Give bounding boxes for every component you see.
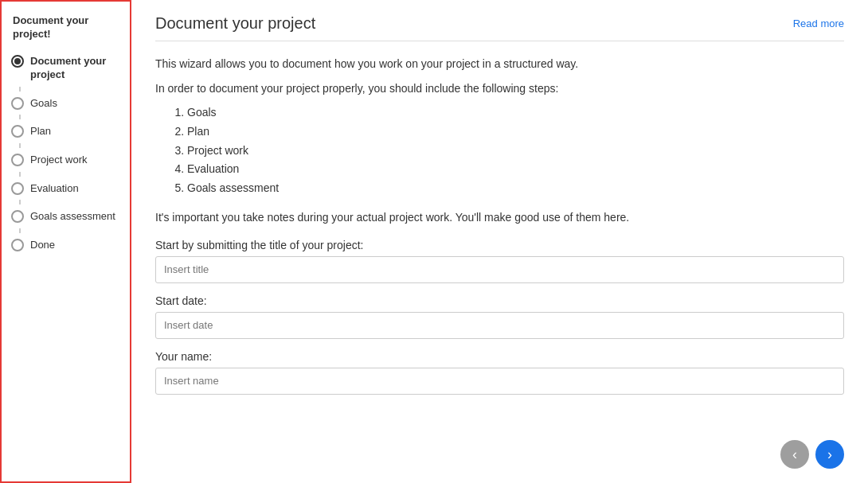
- sidebar-item-goals[interactable]: Goals: [2, 92, 130, 115]
- sidebar-label-goals-assessment: Goals assessment: [30, 209, 115, 224]
- step-dot-document: [11, 55, 24, 68]
- main-content: Document your project Read more This wiz…: [131, 0, 868, 483]
- step-dot-goals: [11, 97, 24, 110]
- sidebar-item-plan[interactable]: Plan: [2, 119, 130, 143]
- next-button[interactable]: ›: [815, 440, 844, 469]
- steps-list: Goals Plan Project work Evaluation Goals…: [187, 103, 844, 198]
- note-text: It's important you take notes during you…: [155, 209, 844, 226]
- date-label: Start date:: [155, 294, 844, 307]
- nav-buttons: ‹ ›: [780, 440, 844, 469]
- prev-button[interactable]: ‹: [780, 440, 809, 469]
- step-list-item-2: Plan: [187, 123, 844, 142]
- step-list-item-4: Evaluation: [187, 160, 844, 179]
- sidebar-label-project-work: Project work: [30, 153, 88, 167]
- title-input[interactable]: [155, 256, 844, 283]
- sidebar-title: Document your project!: [2, 10, 130, 49]
- step-dot-project-work: [11, 154, 24, 166]
- date-input[interactable]: [155, 312, 844, 339]
- title-form-section: Start by submitting the title of your pr…: [155, 239, 844, 283]
- date-form-section: Start date:: [155, 294, 844, 339]
- step-dot-evaluation: [11, 182, 24, 195]
- sidebar-item-evaluation[interactable]: Evaluation: [2, 177, 130, 201]
- sidebar-item-done[interactable]: Done: [2, 233, 130, 257]
- sidebar-item-project-work[interactable]: Project work: [2, 148, 130, 172]
- next-arrow-icon: ›: [827, 447, 832, 462]
- prev-arrow-icon: ‹: [792, 447, 797, 462]
- sidebar-label-goals: Goals: [30, 96, 57, 111]
- sidebar-label-evaluation: Evaluation: [30, 181, 79, 196]
- name-input[interactable]: [155, 368, 844, 395]
- sidebar-item-document-your-project[interactable]: Document your project: [2, 49, 130, 87]
- step-list-item-3: Project work: [187, 142, 844, 161]
- step-list-item-1: Goals: [187, 103, 844, 123]
- step-dot-done: [11, 239, 24, 251]
- main-header: Document your project Read more: [155, 14, 844, 41]
- steps-intro: In order to document your project proper…: [155, 80, 844, 97]
- step-dot-plan: [11, 125, 24, 138]
- name-form-section: Your name:: [155, 350, 844, 395]
- sidebar: Document your project! Document your pro…: [0, 0, 131, 483]
- step-list-item-5: Goals assessment: [187, 179, 844, 198]
- page-title: Document your project: [155, 14, 315, 33]
- name-label: Your name:: [155, 350, 844, 363]
- step-dot-goals-assessment: [11, 210, 24, 223]
- sidebar-item-goals-assessment[interactable]: Goals assessment: [2, 204, 130, 228]
- read-more-link[interactable]: Read more: [793, 14, 844, 29]
- title-label: Start by submitting the title of your pr…: [155, 239, 844, 251]
- intro-paragraph: This wizard allows you to document how y…: [155, 56, 844, 72]
- sidebar-label-done: Done: [30, 238, 55, 252]
- sidebar-label-document: Document your project: [30, 54, 120, 82]
- sidebar-label-plan: Plan: [30, 124, 51, 138]
